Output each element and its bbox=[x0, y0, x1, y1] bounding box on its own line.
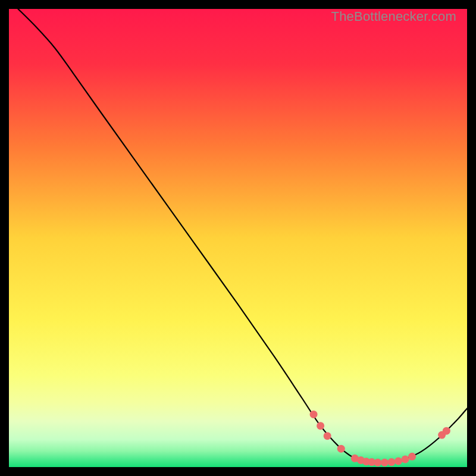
chart-frame: TheBottlenecker.com bbox=[9, 9, 467, 467]
marker-dot bbox=[394, 457, 402, 465]
marker-dot bbox=[381, 459, 389, 466]
marker-dot bbox=[387, 458, 395, 466]
watermark-text: TheBottlenecker.com bbox=[331, 9, 456, 24]
marker-dot bbox=[310, 411, 318, 418]
marker-dot bbox=[317, 422, 324, 430]
gradient-background bbox=[9, 9, 467, 467]
marker-dot bbox=[337, 445, 345, 453]
marker-dot bbox=[374, 459, 381, 466]
bottleneck-chart bbox=[9, 9, 467, 467]
marker-dot bbox=[402, 455, 409, 463]
marker-dot bbox=[443, 427, 450, 435]
marker-dot bbox=[324, 432, 331, 440]
marker-dot bbox=[408, 453, 416, 461]
